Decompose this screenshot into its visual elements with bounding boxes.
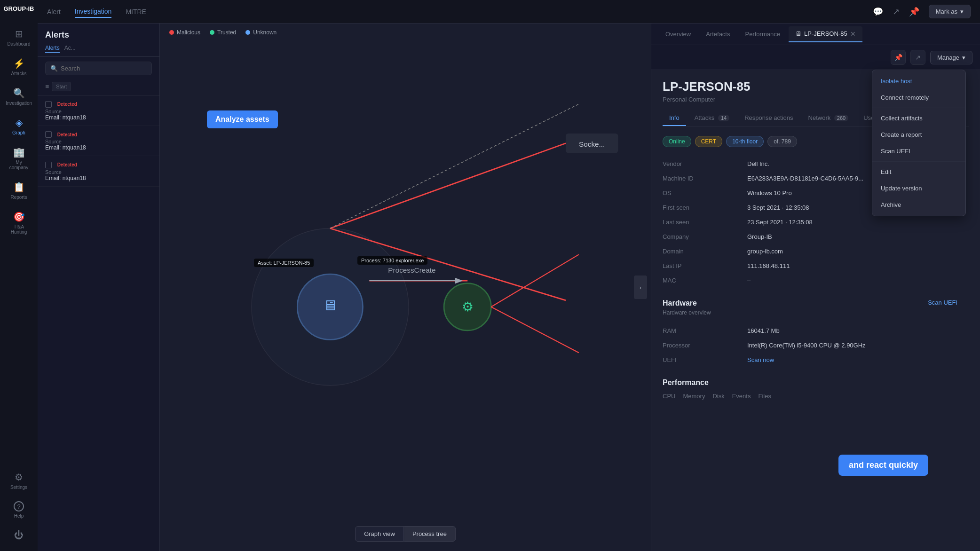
alert-item[interactable]: Detected Source Email: ntquan18 bbox=[38, 156, 159, 187]
monitor-icon: 🖥 bbox=[795, 30, 801, 37]
tab-overview[interactable]: Overview bbox=[659, 27, 697, 41]
ram-label: RAM bbox=[663, 323, 747, 338]
sidebar-item-dashboard[interactable]: ⊞ Dashboard bbox=[2, 24, 35, 51]
pin-icon[interactable]: 📌 bbox=[909, 7, 919, 17]
tab-lp-jerson[interactable]: 🖥 LP-JERSON-85 ✕ bbox=[789, 26, 862, 42]
status-of-tag: of. 789 bbox=[767, 136, 797, 147]
pin-icon: 📌 bbox=[894, 54, 902, 61]
export-icon[interactable]: ↗ bbox=[893, 7, 900, 17]
search-box[interactable]: 🔍 bbox=[45, 62, 152, 75]
sidebar-label: Settings bbox=[10, 485, 27, 490]
tab-alert[interactable]: Alert bbox=[47, 6, 61, 17]
graph-view-button[interactable]: Graph view bbox=[355, 526, 404, 542]
tab-performance[interactable]: Performance bbox=[738, 27, 786, 41]
svg-line-2 bbox=[330, 143, 566, 228]
svg-text:ProcessCreate: ProcessCreate bbox=[388, 266, 435, 274]
last-seen-value: 23 Sept 2021 · 12:35:08 bbox=[747, 215, 969, 229]
chevron-down-icon: ▾ bbox=[962, 54, 965, 61]
uefi-value[interactable]: Scan now bbox=[747, 353, 969, 367]
dashboard-icon: ⊞ bbox=[15, 28, 23, 39]
chevron-down-icon: ▾ bbox=[960, 8, 964, 15]
graph-svg: 🖥 ⚙ Socke... ProcessCreate bbox=[160, 24, 651, 551]
device-tab-attacks[interactable]: Attacks 14 bbox=[688, 110, 736, 126]
alert-checkbox[interactable] bbox=[45, 162, 52, 168]
sidebar-label: Reports bbox=[10, 195, 27, 200]
app-logo: GROUP-IB bbox=[4, 6, 34, 12]
tab-artefacts[interactable]: Artefacts bbox=[699, 27, 736, 41]
search-icon: 🔍 bbox=[50, 65, 58, 72]
tab-ac[interactable]: Ac... bbox=[64, 44, 76, 53]
perf-tab-events[interactable]: Events bbox=[732, 393, 751, 400]
perf-tab-files[interactable]: Files bbox=[758, 393, 771, 400]
last-ip-value: 111.168.48.111 bbox=[747, 259, 969, 273]
filter-icon: ≡ bbox=[45, 83, 49, 90]
sidebar-item-settings[interactable]: ⚙ Settings bbox=[2, 467, 35, 495]
tab-mitre[interactable]: MITRE bbox=[126, 6, 146, 17]
mark-as-button[interactable]: Mark as ▾ bbox=[929, 5, 971, 18]
company-label: Company bbox=[663, 229, 747, 244]
dropdown-create-report[interactable]: Create a report bbox=[872, 126, 965, 143]
mac-value: – bbox=[747, 273, 969, 288]
last-ip-label: Last IP bbox=[663, 259, 747, 273]
device-tab-response[interactable]: Response actions bbox=[738, 110, 799, 126]
first-seen-label: First seen bbox=[663, 200, 747, 215]
sidebar-item-investigation[interactable]: 🔍 Investigation bbox=[2, 83, 35, 110]
graph-area[interactable]: Malicious Trusted Unknown Analyze assets bbox=[160, 24, 651, 551]
tab-investigation[interactable]: Investigation bbox=[75, 6, 112, 18]
dropdown-scan-uefi[interactable]: Scan UEFI bbox=[872, 143, 965, 159]
pin-action-button[interactable]: 📌 bbox=[891, 50, 906, 65]
perf-tab-memory[interactable]: Memory bbox=[683, 393, 705, 400]
last-seen-label: Last seen bbox=[663, 215, 747, 229]
right-header-actions: 📌 ↗ Manage ▾ bbox=[651, 45, 980, 70]
graph-nav-arrow[interactable]: › bbox=[634, 276, 647, 299]
export-action-button[interactable]: ↗ bbox=[910, 50, 925, 65]
sidebar-item-attacks[interactable]: ⚡ Attacks bbox=[2, 53, 35, 81]
close-tab-button[interactable]: ✕ bbox=[850, 30, 856, 38]
alert-item[interactable]: Detected Source Email: ntquan18 bbox=[38, 95, 159, 126]
uefi-label: UEFI bbox=[663, 353, 747, 367]
device-tab-info[interactable]: Info bbox=[663, 110, 686, 126]
dropdown-collect-artifacts[interactable]: Collect artifacts bbox=[872, 110, 965, 126]
help-icon: ? bbox=[14, 501, 24, 512]
dropdown-archive[interactable]: Archive bbox=[872, 197, 965, 213]
sidebar-item-my-company[interactable]: 🏢 My company bbox=[2, 142, 35, 175]
scan-now-link[interactable]: Scan now bbox=[747, 356, 774, 363]
lp-tab-label: LP-JERSON-85 bbox=[804, 30, 847, 37]
sidebar-item-graph[interactable]: ◈ Graph bbox=[2, 112, 35, 140]
device-tab-network[interactable]: Network 260 bbox=[802, 110, 855, 126]
sidebar-item-help[interactable]: ? Help bbox=[2, 496, 35, 523]
dropdown-update-version[interactable]: Update version bbox=[872, 180, 965, 197]
sidebar-item-tia-hunting[interactable]: 🎯 TI&A Hunting bbox=[2, 206, 35, 239]
dropdown-edit[interactable]: Edit bbox=[872, 164, 965, 180]
top-nav-actions: 💬 ↗ 📌 Mark as ▾ bbox=[873, 5, 971, 18]
hardware-subtitle: Hardware overview bbox=[663, 309, 969, 316]
search-input[interactable] bbox=[61, 65, 147, 72]
sidebar-item-reports[interactable]: 📋 Reports bbox=[2, 177, 35, 205]
tab-alerts[interactable]: Alerts bbox=[45, 44, 60, 53]
perf-tab-disk[interactable]: Disk bbox=[712, 393, 724, 400]
alert-checkbox[interactable] bbox=[45, 131, 52, 138]
content-split: Alerts Alerts Ac... 🔍 ≡ Start Detected S… bbox=[38, 24, 980, 551]
filter-bar: ≡ Start bbox=[38, 80, 159, 95]
filter-start-button[interactable]: Start bbox=[52, 82, 71, 91]
dropdown-connect-remotely[interactable]: Connect remotely bbox=[872, 89, 965, 106]
sidebar-label: My company bbox=[6, 160, 32, 170]
alert-item[interactable]: Detected Source Email: ntquan18 bbox=[38, 126, 159, 157]
company-value: Group-IB bbox=[747, 229, 969, 244]
os-label: OS bbox=[663, 186, 747, 200]
vendor-label: Vendor bbox=[663, 157, 747, 171]
manage-button[interactable]: Manage ▾ bbox=[930, 51, 972, 64]
mark-as-label: Mark as bbox=[936, 8, 957, 15]
alert-checkbox[interactable] bbox=[45, 101, 52, 108]
perf-tab-cpu[interactable]: CPU bbox=[663, 393, 675, 400]
dropdown-menu: Isolate host Connect remotely Collect ar… bbox=[872, 70, 966, 216]
dropdown-isolate-host[interactable]: Isolate host bbox=[872, 73, 965, 89]
network-tab-label: Network bbox=[808, 114, 831, 121]
alerts-header: Alerts Alerts Ac... bbox=[38, 24, 159, 57]
process-tree-button[interactable]: Process tree bbox=[404, 526, 456, 542]
svg-text:🖥: 🖥 bbox=[323, 297, 337, 313]
chat-icon[interactable]: 💬 bbox=[873, 7, 883, 17]
alerts-title: Alerts bbox=[45, 30, 152, 40]
scan-uefi-button[interactable]: Scan UEFI bbox=[928, 299, 957, 306]
sidebar-item-power[interactable]: ⏻ bbox=[2, 525, 35, 545]
